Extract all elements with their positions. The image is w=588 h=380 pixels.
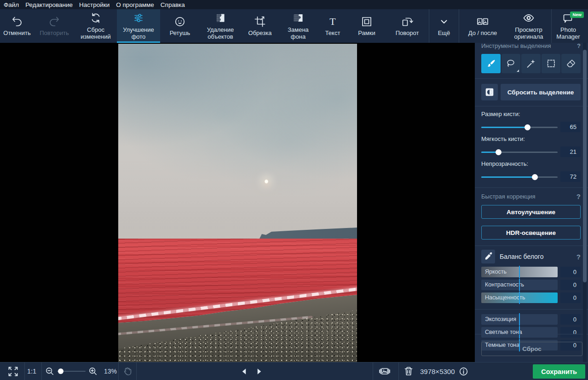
divider: [475, 106, 588, 106]
slider-thumb[interactable]: [532, 174, 538, 180]
tab-background-replace[interactable]: Замена фона: [279, 9, 317, 43]
next-photo-button[interactable]: [255, 367, 263, 376]
undo-icon: [11, 15, 23, 28]
photo-sky: [118, 44, 357, 239]
brush-softness-label: Мягкость кисти:: [481, 135, 581, 142]
menu-edit[interactable]: Редактирование: [25, 1, 73, 8]
reset-changes-button[interactable]: Сброс изменений: [75, 9, 117, 43]
slider-center-tick[interactable]: [519, 266, 520, 278]
undo-button[interactable]: Отменить: [0, 9, 34, 43]
tab-photo-enhance[interactable]: Улучшение фото: [117, 9, 160, 43]
info-button[interactable]: [459, 367, 468, 376]
photo-image[interactable]: [118, 44, 357, 362]
background-replace-icon: [292, 12, 304, 24]
tab-rotate[interactable]: Поворот: [386, 9, 429, 43]
menu-about[interactable]: О программе: [116, 1, 154, 8]
menu-settings[interactable]: Настройки: [79, 1, 110, 8]
arrow-right-icon: [255, 367, 263, 376]
saturation-value[interactable]: 0: [560, 292, 581, 303]
scrollbar-thumb[interactable]: [583, 50, 587, 282]
fit-to-screen-button[interactable]: [7, 366, 19, 377]
object-removal-icon: [214, 12, 226, 24]
tab-retouch[interactable]: Ретушь: [160, 9, 200, 43]
reset-selection-button[interactable]: Сбросить выделение: [501, 84, 581, 100]
tab-object-removal[interactable]: Удаление объектов: [200, 9, 241, 43]
main-toolbar: Отменить Повторить Сброс изменений Улучш…: [0, 9, 588, 43]
statusbar-separator: [373, 362, 373, 380]
tab-crop[interactable]: Обрезка: [241, 9, 279, 43]
slider-thumb[interactable]: [525, 124, 530, 130]
brush-size-slider[interactable]: [481, 124, 558, 130]
save-button[interactable]: Сохранить: [533, 364, 585, 379]
redo-button[interactable]: Повторить: [34, 9, 75, 43]
adjustments-icon: [133, 12, 144, 24]
menu-help[interactable]: Справка: [161, 1, 185, 8]
slider-center-tick[interactable]: [519, 279, 520, 291]
trash-icon: [403, 366, 414, 377]
brightness-value[interactable]: 0: [560, 267, 581, 277]
delete-photo-button[interactable]: [403, 366, 414, 377]
redo-icon: [48, 15, 60, 28]
eraser-icon: [565, 58, 576, 69]
menu-file[interactable]: Файл: [4, 1, 19, 8]
help-icon[interactable]: ?: [577, 44, 581, 49]
zoom-slider[interactable]: [57, 368, 86, 374]
menu-bar: Файл Редактирование Настройки О программ…: [0, 0, 588, 9]
divider: [475, 78, 588, 79]
brightness-slider[interactable]: Яркость: [481, 267, 558, 277]
exposure-value[interactable]: 0: [560, 314, 581, 325]
tab-text[interactable]: T Текст: [317, 9, 348, 43]
previous-photo-button[interactable]: [240, 367, 248, 376]
statusbar-separator: [398, 362, 399, 380]
auto-enhance-button[interactable]: Автоулучшение: [481, 205, 581, 219]
photo-manager-button[interactable]: New Photo Manager: [552, 9, 585, 43]
lasso-tool-button[interactable]: [502, 54, 521, 73]
magic-wand-tool-button[interactable]: [521, 54, 541, 73]
statusbar-separator: [136, 362, 137, 380]
opacity-slider[interactable]: [481, 174, 558, 180]
tab-frames[interactable]: Рамки: [348, 9, 386, 43]
statusbar-separator: [118, 362, 119, 380]
help-icon[interactable]: ?: [576, 193, 581, 200]
brush-softness-slider[interactable]: [481, 149, 558, 155]
pipette-icon: [484, 252, 493, 261]
contrast-value[interactable]: 0: [560, 280, 581, 290]
contrast-slider[interactable]: Контрастность: [481, 280, 558, 290]
before-after-button[interactable]: До / после: [459, 9, 506, 43]
brush-size-value[interactable]: 65: [560, 122, 581, 132]
retouch-icon: [174, 15, 186, 28]
right-panel: Инструменты выделения ?: [475, 43, 588, 362]
slider-thumb[interactable]: [496, 149, 502, 155]
marquee-tool-button[interactable]: [542, 54, 561, 73]
chevron-down-icon: [438, 15, 450, 28]
brush-softness-value[interactable]: 21: [560, 146, 581, 157]
exposure-slider[interactable]: Экспозиция: [481, 314, 558, 325]
zoom-in-button[interactable]: [88, 366, 98, 376]
saturation-slider[interactable]: Насыщенность: [481, 292, 558, 303]
invert-selection-button[interactable]: [481, 84, 498, 100]
panel-scrollbar[interactable]: [583, 43, 587, 362]
filmstrip-button[interactable]: [377, 365, 392, 377]
view-original-button[interactable]: Просмотр оригинала: [506, 9, 551, 43]
eraser-tool-button[interactable]: [561, 54, 581, 73]
crop-icon: [254, 15, 266, 28]
opacity-label: Непрозрачность:: [481, 160, 581, 167]
help-icon[interactable]: ?: [576, 253, 581, 261]
arrow-left-icon: [240, 367, 248, 376]
zoom-in-icon: [88, 366, 98, 376]
white-balance-title: Баланс белого: [500, 253, 572, 260]
white-balance-pipette-button[interactable]: [481, 250, 495, 263]
brush-tool-button[interactable]: [481, 54, 501, 73]
zoom-slider-thumb[interactable]: [58, 368, 63, 374]
zoom-out-button[interactable]: [45, 366, 55, 376]
slider-center-tick[interactable]: [519, 313, 520, 326]
slider-center-tick[interactable]: [519, 292, 520, 304]
hand-tool-button[interactable]: [122, 366, 133, 377]
actual-size-button[interactable]: 1:1: [27, 368, 36, 375]
hdr-lighting-button[interactable]: HDR-освещение: [481, 226, 581, 240]
more-button[interactable]: Ещё: [429, 9, 459, 43]
opacity-value[interactable]: 72: [560, 171, 581, 182]
reset-adjustments-button[interactable]: Сброс: [481, 342, 582, 356]
reset-changes-icon: [90, 12, 102, 24]
statusbar-separator: [41, 362, 42, 380]
